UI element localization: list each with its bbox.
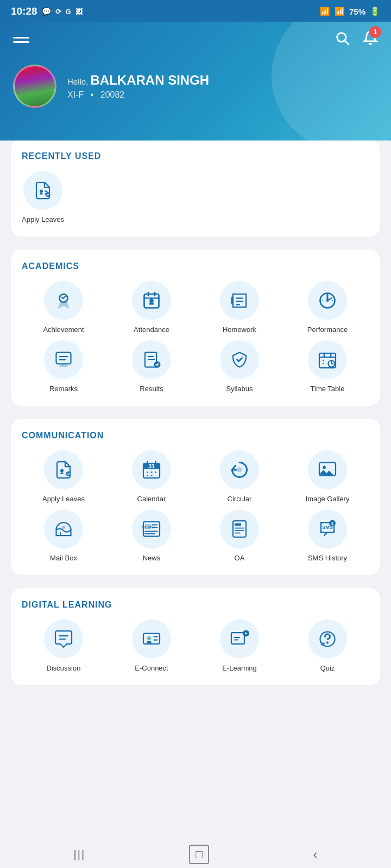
econnect-icon xyxy=(142,629,161,649)
wifi-signal-icon: 📶 xyxy=(320,7,330,16)
results-label: Results xyxy=(140,385,163,393)
bottom-nav: ||| □ ‹ xyxy=(0,835,391,868)
notification-button[interactable] xyxy=(363,30,378,49)
svg-point-74 xyxy=(147,636,152,641)
achievement-icon xyxy=(54,291,73,310)
syllabus-label: Syllabus xyxy=(226,385,253,393)
dl-discussion[interactable]: Discussion xyxy=(22,620,105,672)
homework-icon xyxy=(230,291,249,310)
attendance-label: Attendance xyxy=(134,326,169,334)
oa-icon xyxy=(230,519,249,539)
svg-point-52 xyxy=(323,466,326,469)
comm-sms[interactable]: SMS $ SMS History xyxy=(286,509,369,562)
academics-results[interactable]: Results xyxy=(110,340,193,393)
home-button[interactable]: □ xyxy=(189,845,209,864)
header: 1 Hello, BALKARAN SINGH XI-F • 20082 xyxy=(0,22,391,141)
attendance-icon xyxy=(142,291,161,310)
sms-label: SMS History xyxy=(308,554,347,562)
academics-achievement[interactable]: Achievement xyxy=(22,281,105,334)
time-display: 10:28 xyxy=(11,5,37,17)
digital-learning-section: DIGITAL LEARNING Discussion xyxy=(11,588,380,685)
elearning-label: E-Learning xyxy=(222,664,257,672)
class-label: XI-F xyxy=(67,90,84,99)
academics-syllabus[interactable]: Syllabus xyxy=(198,340,281,393)
academics-title: ACADEMICS xyxy=(22,261,369,271)
gallery-label: Image Gallery xyxy=(306,495,350,503)
svg-rect-73 xyxy=(143,634,160,644)
comm-gallery[interactable]: Image Gallery xyxy=(286,450,369,503)
academics-homework[interactable]: Homework xyxy=(198,281,281,334)
gallery-icon xyxy=(318,460,337,480)
results-icon xyxy=(142,350,161,369)
academics-attendance[interactable]: Attendance xyxy=(110,281,193,334)
achievement-label: Achievement xyxy=(43,326,84,334)
elearning-icon xyxy=(230,629,249,649)
sync-icon: ⟳ xyxy=(55,8,61,16)
cell-signal-icon: 📶 xyxy=(335,7,345,16)
comm-calendar[interactable]: 31 Calendar xyxy=(110,450,193,503)
discussion-label: Discussion xyxy=(47,664,81,672)
svg-point-19 xyxy=(322,300,324,302)
recent-apps-button[interactable]: ||| xyxy=(74,848,86,861)
svg-point-53 xyxy=(62,526,65,529)
avatar xyxy=(13,65,56,108)
sms-icon: SMS $ xyxy=(318,519,337,539)
circular-label: Circular xyxy=(228,495,252,503)
user-meta: XI-F • 20082 xyxy=(67,90,209,100)
greeting-text: Hello, BALKARAN SINGH xyxy=(67,73,209,88)
academics-remarks[interactable]: Remarks xyxy=(22,340,105,393)
svg-point-18 xyxy=(326,299,329,302)
recent-apply-leaves-icon-circle xyxy=(23,171,62,210)
search-button[interactable] xyxy=(335,30,350,49)
svg-rect-63 xyxy=(235,524,241,526)
svg-point-38 xyxy=(60,469,64,473)
comm-apply-leaves-label: Apply Leaves xyxy=(42,495,85,503)
timetable-icon xyxy=(318,350,337,369)
oa-label: OA xyxy=(235,554,245,562)
recently-used-title: RECENTLY USED xyxy=(22,151,369,161)
apply-leaves-icon xyxy=(33,181,53,200)
performance-icon xyxy=(318,291,337,310)
recent-apply-leaves[interactable]: Apply Leaves xyxy=(22,171,64,224)
svg-point-12 xyxy=(149,298,154,303)
mailbox-label: Mail Box xyxy=(50,554,77,562)
performance-label: Performance xyxy=(307,326,348,334)
recent-apply-leaves-label: Apply Leaves xyxy=(22,215,64,224)
academics-performance[interactable]: Performance xyxy=(286,281,369,334)
comm-apply-leaves[interactable]: Apply Leaves xyxy=(22,450,105,503)
academics-timetable[interactable]: Time Table xyxy=(286,340,369,393)
news-label: News xyxy=(143,554,161,562)
econnect-label: E-Connect xyxy=(135,664,168,672)
svg-point-20 xyxy=(332,300,333,302)
recently-used-grid: Apply Leaves xyxy=(22,171,369,224)
digital-learning-title: DIGITAL LEARNING xyxy=(22,600,369,610)
academics-section: ACADEMICS Achievement xyxy=(11,250,380,406)
remarks-label: Remarks xyxy=(49,385,78,393)
dl-quiz[interactable]: Quiz xyxy=(286,620,369,672)
notification-badge: 1 xyxy=(369,26,381,38)
comm-oa[interactable]: OA xyxy=(198,509,281,562)
news-icon: NEWS xyxy=(142,519,161,539)
academics-grid: Achievement xyxy=(22,281,369,393)
msg-icon: 💬 xyxy=(42,7,51,16)
syllabus-icon xyxy=(230,350,249,369)
status-bar: 10:28 💬 ⟳ G 🖼 📶 📶 75% 🔋 xyxy=(0,0,391,22)
back-button[interactable]: ‹ xyxy=(313,847,317,862)
comm-circular[interactable]: Circular xyxy=(198,450,281,503)
communication-title: COMMUNICATION xyxy=(22,431,369,441)
remarks-icon xyxy=(54,350,73,369)
dl-elearning[interactable]: E-Learning xyxy=(198,620,281,672)
dl-econnect[interactable]: E-Connect xyxy=(110,620,193,672)
communication-grid: Apply Leaves 31 xyxy=(22,450,369,562)
svg-point-0 xyxy=(337,33,346,42)
svg-point-50 xyxy=(237,468,242,473)
comm-news[interactable]: NEWS News xyxy=(110,509,193,562)
quiz-icon xyxy=(318,629,337,649)
user-name: BALKARAN SINGH xyxy=(91,73,210,87)
hamburger-menu[interactable] xyxy=(13,37,29,43)
recently-used-section: RECENTLY USED xyxy=(11,139,380,237)
homework-label: Homework xyxy=(223,326,256,334)
photo-icon: 🖼 xyxy=(75,8,83,16)
comm-mailbox[interactable]: Mail Box xyxy=(22,509,105,562)
svg-rect-22 xyxy=(56,353,71,364)
